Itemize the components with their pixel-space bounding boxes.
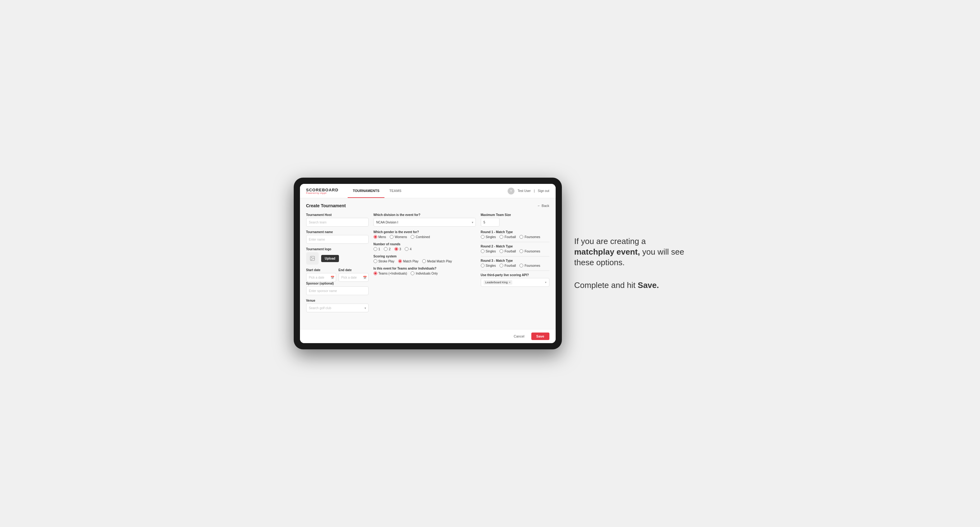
gender-womens-radio[interactable] [390, 235, 393, 239]
round3-fourball-radio[interactable] [500, 264, 503, 267]
calendar-icon-2: 📅 [363, 276, 367, 279]
scoring-medal-radio[interactable] [422, 259, 426, 263]
round1-foursomes[interactable]: Foursomes [519, 235, 540, 239]
round-3[interactable]: 3 [395, 247, 401, 251]
round2-singles-radio[interactable] [481, 249, 485, 253]
individuals-radio[interactable] [410, 271, 414, 275]
api-dropdown-icon[interactable]: ▾ [545, 281, 547, 284]
venue-input[interactable] [306, 303, 369, 312]
round1-fourball[interactable]: Fourball [500, 235, 516, 239]
round-4-radio[interactable] [405, 247, 409, 251]
round-1-label: 1 [379, 248, 380, 251]
upload-button[interactable]: Upload [321, 255, 339, 262]
round3-foursomes[interactable]: Foursomes [519, 264, 540, 267]
host-input[interactable] [306, 218, 369, 227]
logo-sub: Powered by clippit [306, 192, 339, 194]
annotation-top: If you are creating a matchplay event, y… [574, 236, 687, 268]
gender-group: Which gender is the event for? Mens Wome… [374, 230, 476, 239]
nav-tab-tournaments[interactable]: TOURNAMENTS [348, 184, 384, 198]
gender-combined-radio[interactable] [410, 235, 414, 239]
cancel-button[interactable]: Cancel [510, 333, 528, 340]
scoring-group: Scoring system Stroke Play Match Play [374, 255, 476, 263]
scoring-stroke[interactable]: Stroke Play [374, 259, 395, 263]
teams-label: Is this event for Teams and/or Individua… [374, 267, 476, 270]
api-tag-text: Leaderboard King [485, 281, 508, 284]
start-date-group: Start date 📅 [306, 268, 336, 282]
rounds-label: Number of rounds [374, 243, 476, 246]
round-1-radio[interactable] [374, 247, 377, 251]
teams-option[interactable]: Teams (+Individuals) [374, 271, 407, 275]
save-button[interactable]: Save [531, 333, 549, 340]
annotation-bottom-text1: Complete and hit [574, 281, 638, 290]
round2-fourball-radio[interactable] [500, 249, 503, 253]
round3-foursomes-radio[interactable] [519, 264, 523, 267]
logo-area: SCOREBOARD Powered by clippit [306, 188, 339, 194]
gender-mens-radio[interactable] [374, 235, 377, 239]
user-avatar: T [508, 187, 514, 194]
page-header: Create Tournament ← Back [306, 203, 549, 208]
teams-label-text: Teams (+Individuals) [379, 272, 407, 275]
gender-womens-label: Womens [395, 235, 407, 239]
form-right-column: Maximum Team Size Round 1 - Match Type S… [481, 213, 549, 316]
round1-foursomes-radio[interactable] [519, 235, 523, 239]
round2-singles-label: Singles [486, 250, 496, 253]
rounds-radio-group: 1 2 3 [374, 247, 476, 251]
annotation-top-bold: matchplay event, [574, 247, 640, 257]
division-select[interactable]: NCAA Division I [374, 218, 476, 227]
max-team-input[interactable] [481, 218, 500, 227]
round3-singles-radio[interactable] [481, 264, 485, 267]
app-header: SCOREBOARD Powered by clippit TOURNAMENT… [300, 184, 556, 198]
api-tag-input[interactable]: Leaderboard King × ▾ [481, 278, 549, 287]
end-date-wrapper: 📅 [339, 273, 369, 282]
main-content: Create Tournament ← Back Tournament Host… [300, 198, 556, 329]
scoring-match-radio[interactable] [398, 259, 402, 263]
venue-group: Venue [306, 299, 369, 312]
round-2[interactable]: 2 [384, 247, 391, 251]
nav-tab-teams[interactable]: TEAMS [385, 184, 407, 198]
round3-group: Round 3 - Match Type Singles Fourball [481, 259, 549, 267]
round-2-radio[interactable] [384, 247, 388, 251]
sponsor-input[interactable] [306, 286, 369, 295]
round1-group: Round 1 - Match Type Singles Fourball [481, 230, 549, 239]
start-date-wrapper: 📅 [306, 273, 336, 282]
round2-singles[interactable]: Singles [481, 249, 496, 253]
round1-singles-radio[interactable] [481, 235, 485, 239]
round1-foursomes-label: Foursomes [525, 235, 540, 239]
start-date-label: Start date [306, 268, 336, 272]
round2-foursomes[interactable]: Foursomes [519, 249, 540, 253]
round-4[interactable]: 4 [405, 247, 412, 251]
scoring-label: Scoring system [374, 255, 476, 258]
gender-mens[interactable]: Mens [374, 235, 386, 239]
gender-womens[interactable]: Womens [390, 235, 407, 239]
gender-combined[interactable]: Combined [410, 235, 430, 239]
teams-radio[interactable] [374, 271, 377, 275]
individuals-option[interactable]: Individuals Only [410, 271, 438, 275]
max-team-label: Maximum Team Size [481, 213, 549, 217]
round1-radio-group: Singles Fourball Foursomes [481, 235, 549, 239]
annotation-top-text1: If you are creating a [574, 237, 646, 246]
round2-fourball[interactable]: Fourball [500, 249, 516, 253]
round3-singles[interactable]: Singles [481, 264, 496, 267]
form-footer: Cancel Save [300, 329, 556, 343]
api-tag-close[interactable]: × [509, 281, 511, 284]
round-3-radio[interactable] [395, 247, 398, 251]
round2-foursomes-label: Foursomes [525, 250, 540, 253]
sign-out-link[interactable]: Sign out [538, 189, 549, 193]
round1-singles[interactable]: Singles [481, 235, 496, 239]
round1-fourball-radio[interactable] [500, 235, 503, 239]
api-tag: Leaderboard King × [484, 280, 512, 284]
tablet-device: SCOREBOARD Powered by clippit TOURNAMENT… [294, 178, 562, 349]
round2-foursomes-radio[interactable] [519, 249, 523, 253]
name-input[interactable] [306, 235, 369, 244]
back-button[interactable]: ← Back [537, 204, 549, 208]
nav-tabs: TOURNAMENTS TEAMS [348, 184, 406, 198]
round-1[interactable]: 1 [374, 247, 380, 251]
gender-mens-label: Mens [379, 235, 386, 239]
round2-label: Round 2 - Match Type [481, 244, 549, 248]
scoring-stroke-radio[interactable] [374, 259, 377, 263]
scoring-medal[interactable]: Medal Match Play [422, 259, 452, 263]
round1-fourball-label: Fourball [504, 235, 516, 239]
name-label: Tournament name [306, 230, 369, 234]
round3-fourball[interactable]: Fourball [500, 264, 516, 267]
scoring-match[interactable]: Match Play [398, 259, 418, 263]
